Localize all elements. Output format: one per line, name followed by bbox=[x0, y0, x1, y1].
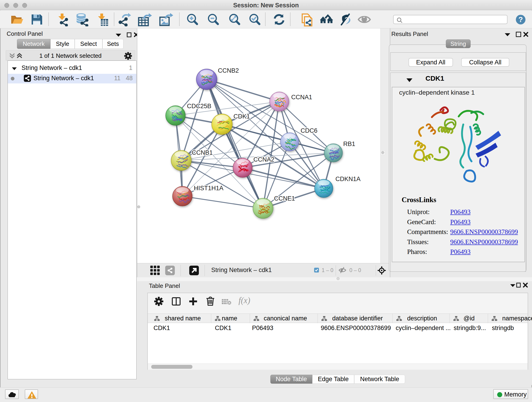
svg-text:CCNE1: CCNE1 bbox=[274, 195, 295, 202]
svg-text:CDC25B: CDC25B bbox=[187, 103, 211, 109]
svg-text:CDKN1A: CDKN1A bbox=[336, 176, 361, 182]
svg-text:CDK1: CDK1 bbox=[234, 113, 250, 120]
svg-text:HIST1H1A: HIST1H1A bbox=[194, 185, 223, 191]
svg-text:RB1: RB1 bbox=[343, 140, 355, 147]
svg-text:?: ? bbox=[519, 15, 523, 24]
svg-text:CDC6: CDC6 bbox=[301, 127, 317, 134]
svg-text:CCNB1: CCNB1 bbox=[192, 149, 213, 156]
svg-text:CCNB2: CCNB2 bbox=[218, 67, 239, 74]
svg-text:CCNA2: CCNA2 bbox=[253, 156, 274, 163]
svg-text:CCNA1: CCNA1 bbox=[291, 94, 312, 101]
